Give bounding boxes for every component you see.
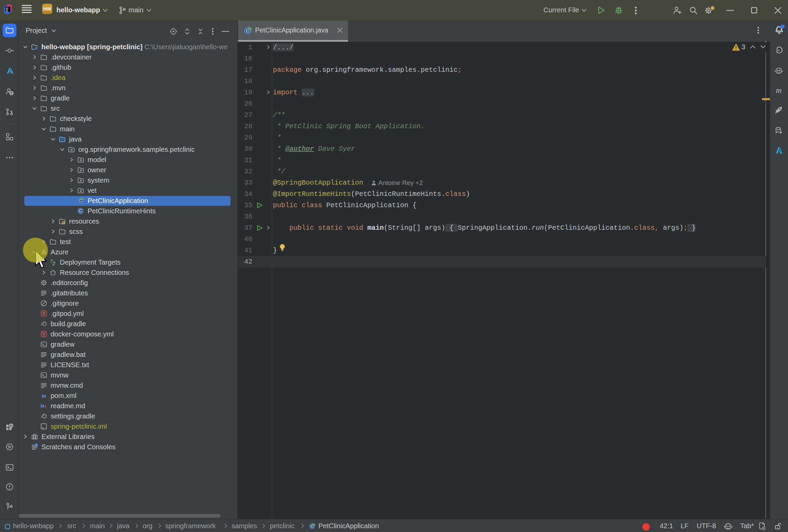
svg-text:IJ: IJ: [6, 7, 8, 10]
svg-text:M: M: [41, 403, 44, 409]
svg-text:?: ?: [10, 91, 12, 95]
svg-text:Y: Y: [42, 332, 45, 337]
svg-text:Y: Y: [42, 311, 45, 316]
svg-text:m: m: [776, 86, 782, 95]
svg-text:C: C: [79, 209, 82, 213]
svg-text:m: m: [41, 393, 46, 399]
